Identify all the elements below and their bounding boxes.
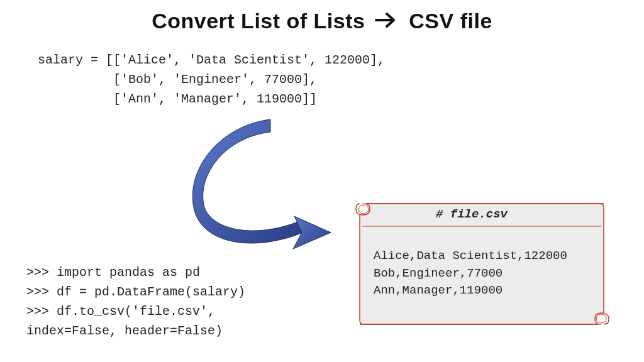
csv-file-content: Alice,Data Scientist,122000 Bob,Engineer…	[374, 248, 596, 300]
slide-title: Convert List of Lists CSV file	[0, 9, 644, 37]
file-scroll: # file.csv Alice,Data Scientist,122000 B…	[347, 199, 615, 334]
csv-file-name: # file.csv	[347, 207, 596, 221]
python-pandas-code: >>> import pandas as pd >>> df = pd.Data…	[26, 263, 245, 341]
python-list-definition: salary = [['Alice', 'Data Scientist', 12…	[38, 50, 385, 109]
title-right: CSV file	[409, 9, 492, 33]
svg-point-3	[596, 314, 606, 323]
right-arrow-icon	[375, 9, 399, 33]
curved-arrow-icon	[176, 113, 352, 258]
title-left: Convert List of Lists	[152, 9, 365, 33]
slide: Convert List of Lists CSV file salary = …	[0, 0, 644, 362]
